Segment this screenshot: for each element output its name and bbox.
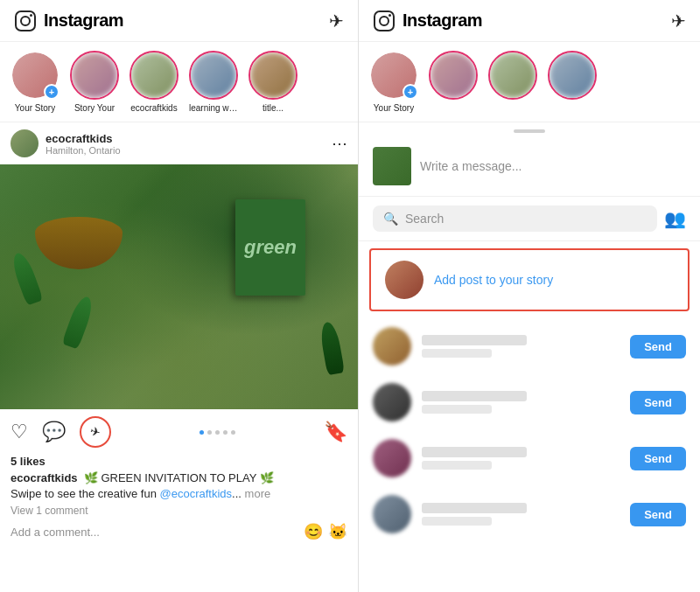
header-brand: Instagram [14,10,123,32]
right-story-item-3[interactable] [548,51,597,113]
comment-icon[interactable]: 💬 [42,421,66,443]
story-avatar-inner-4 [250,52,296,98]
emoji-cat-icon[interactable]: 🐱 [328,522,347,541]
new-group-icon[interactable]: 👥 [664,208,686,229]
send-button-0[interactable]: Send [630,335,686,359]
add-to-story-row[interactable]: Add post to your story [369,248,690,311]
left-header: Instagram ✈ [0,0,358,42]
share-sheet-handle [514,129,545,133]
contact-info-0 [422,335,620,358]
contact-row-0: Send [359,318,700,374]
right-story-avatar-inner-3 [550,52,595,98]
contact-avatar-1 [373,383,411,421]
right-story-item-1[interactable] [429,51,478,113]
story-label-4: title... [262,103,284,113]
svg-rect-3 [374,11,394,31]
story-avatar-inner-1 [72,52,117,98]
contact-info-2 [422,447,620,470]
svg-point-4 [380,17,388,25]
add-comment-row: Add a comment... 😊 🐱 [10,522,347,541]
search-row: 🔍 Search 👥 [359,197,700,241]
send-button-1[interactable]: Send [630,391,686,414]
add-story-button[interactable]: + [44,84,60,100]
story-avatar-inner-3 [191,52,236,98]
post-actions: ♡ 💬 ✈ 🔖 [0,409,358,455]
story-avatar-inner-2 [131,52,177,98]
left-header-send-icon[interactable]: ✈ [329,10,344,31]
story-item-2[interactable]: ecocraftkids [130,51,178,113]
story-item-1[interactable]: Story Your [70,51,119,113]
post-more-icon[interactable]: ⋯ [332,134,347,153]
search-input-text[interactable]: Search [405,212,444,226]
add-to-story-avatar [385,261,424,299]
svg-point-1 [21,17,30,25]
instagram-logo-text: Instagram [44,10,123,31]
contact-info-3 [422,503,620,526]
caption-username[interactable]: ecocraftkids [10,471,78,484]
post-caption: ecocraftkids 🌿 GREEN INVITATION TO PLAY … [10,470,347,502]
message-row: Write a message... [359,140,700,197]
view-comments-link[interactable]: View 1 comment [10,505,347,517]
dots-indicator [200,430,235,435]
instagram-camera-icon [14,10,37,32]
right-story-avatar-inner-1 [430,52,476,98]
right-instagram-logo: Instagram [402,10,482,31]
like-icon[interactable]: ♡ [10,421,28,443]
right-add-story-button[interactable]: + [402,84,418,100]
contact-info-1 [422,391,620,414]
bookmark-icon[interactable]: 🔖 [324,421,347,443]
contact-row-3: Send [359,486,700,542]
right-header-send-icon[interactable]: ✈ [671,10,686,31]
story-avatar-wrapper-3 [189,51,238,100]
dot-3 [215,430,220,435]
post-footer: 5 likes ecocraftkids 🌿 GREEN INVITATION … [0,455,358,548]
story-label-your: Your Story [15,103,55,113]
story-avatar-wrapper-your: + [10,51,60,100]
message-input-placeholder[interactable]: Write a message... [420,159,522,173]
right-story-avatar-inner-2 [490,52,536,98]
dot-5 [231,430,235,435]
contact-row-1: Send [359,374,700,430]
post-actions-left: ♡ 💬 ✈ [10,416,111,448]
right-story-avatar-2 [488,51,537,100]
story-avatar-wrapper-1 [70,51,119,100]
svg-point-5 [388,14,391,17]
right-header-brand: Instagram [373,10,482,32]
contact-name-2 [422,447,527,457]
story-item-4[interactable]: title... [248,51,298,113]
story-item-3[interactable]: learning with... [189,51,238,113]
contact-name-0 [422,335,527,345]
right-story-avatar-wrapper-2 [488,51,537,100]
share-sheet: Write a message... 🔍 Search 👥 Add post t… [359,122,700,592]
right-story-avatar-wrapper-3 [548,51,597,100]
contact-avatar-2 [373,439,411,477]
caption-mention[interactable]: @ecocraftkids [160,487,233,500]
post-author-name: ecocraftkids [46,132,121,145]
right-header: Instagram ✈ [359,0,700,42]
search-bar[interactable]: 🔍 Search [373,205,657,232]
contact-name-1 [422,391,527,401]
share-circle-button[interactable]: ✈ [80,416,111,448]
caption-more-link[interactable]: more [245,487,271,500]
right-story-item-2[interactable] [488,51,537,113]
green-book-decoration: green [235,199,305,296]
post-author-avatar[interactable] [10,129,38,157]
post-image: green [0,164,358,409]
right-story-item-your[interactable]: + Your Story [369,51,418,113]
story-avatar-wrapper-4 [248,51,298,100]
contact-avatar-3 [373,495,411,533]
right-instagram-camera-icon [373,10,396,32]
send-button-2[interactable]: Send [630,447,686,470]
left-panel: Instagram ✈ + Your Story Story Your [0,0,359,592]
contact-sub-0 [422,349,492,358]
svg-point-2 [30,14,32,17]
emoji-face-icon[interactable]: 😊 [304,522,323,541]
story-label-2: ecocraftkids [130,103,177,113]
story-item-your[interactable]: + Your Story [10,51,60,113]
contact-sub-1 [422,405,492,414]
add-comment-input[interactable]: Add a comment... [10,526,297,539]
contact-sub-2 [422,461,492,470]
send-button-3[interactable]: Send [630,503,686,526]
share-plane-icon: ✈ [88,424,102,441]
contact-row-2: Send [359,430,700,486]
